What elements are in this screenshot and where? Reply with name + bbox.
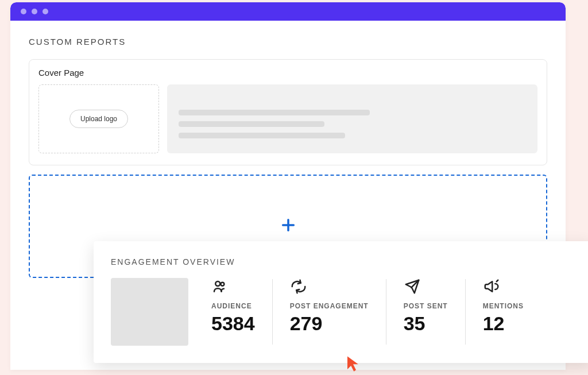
cursor-icon	[346, 355, 361, 374]
logo-upload-box[interactable]: Upload logo	[38, 84, 159, 153]
cover-text-placeholder	[167, 84, 537, 153]
svg-point-2	[215, 281, 220, 286]
overview-thumbnail	[111, 278, 188, 346]
engagement-overview-card[interactable]: ENGAGEMENT OVERVIEW AUDIENCE 5384	[94, 241, 588, 363]
placeholder-line	[179, 110, 370, 115]
metrics-row: AUDIENCE 5384 POST ENGAGEMENT 279	[111, 278, 576, 346]
page-content: CUSTOM REPORTS Cover Page Upload logo	[10, 21, 566, 278]
upload-logo-button[interactable]: Upload logo	[69, 110, 128, 128]
metric-value: 12	[483, 314, 524, 333]
metric-label: AUDIENCE	[211, 302, 255, 310]
window-control-dot	[42, 9, 48, 14]
metric-value: 35	[404, 314, 448, 333]
window-control-dot	[32, 9, 37, 14]
svg-line-6	[496, 280, 498, 282]
metric-value: 5384	[211, 314, 255, 333]
metric-label: MENTIONS	[483, 302, 524, 310]
audience-icon	[211, 278, 255, 296]
send-icon	[404, 278, 448, 296]
metric-label: POST SENT	[404, 302, 448, 310]
cover-page-title: Cover Page	[38, 68, 537, 78]
cover-row: Upload logo	[38, 84, 537, 153]
cover-page-card: Cover Page Upload logo	[29, 59, 547, 165]
plus-icon	[280, 217, 296, 235]
placeholder-line	[179, 121, 324, 127]
megaphone-icon	[483, 278, 524, 296]
overview-title: ENGAGEMENT OVERVIEW	[111, 257, 576, 266]
engagement-icon	[290, 278, 369, 296]
metric-label: POST ENGAGEMENT	[290, 302, 369, 310]
metric-post-sent: POST SENT 35	[386, 278, 465, 346]
svg-point-3	[220, 283, 224, 286]
window-control-dot	[21, 9, 26, 14]
placeholder-line	[179, 133, 345, 138]
metric-post-engagement: POST ENGAGEMENT 279	[273, 278, 386, 346]
page-title: CUSTOM REPORTS	[29, 37, 547, 47]
metric-value: 279	[290, 314, 369, 333]
metric-audience: AUDIENCE 5384	[211, 278, 272, 346]
metric-mentions: MENTIONS 12	[466, 278, 541, 346]
window-titlebar	[10, 2, 566, 21]
